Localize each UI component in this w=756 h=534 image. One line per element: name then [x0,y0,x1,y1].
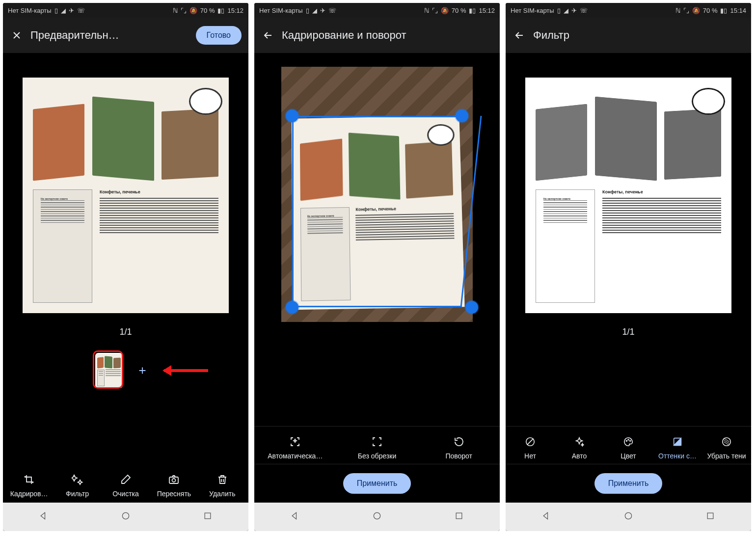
telegram-icon: ✈ [320,7,325,14]
page-title: Кадрирование и поворот [282,29,493,42]
nfc-icon: ℕ [675,7,680,14]
filter-shadow[interactable]: Убрать тени [702,435,751,460]
sim-icon: ▯ [557,7,561,14]
crop-handle-bl[interactable] [286,301,298,314]
app-header: Фильтр [506,18,751,53]
nav-back-icon[interactable] [39,511,49,523]
nav-home-icon[interactable] [372,511,382,523]
apply-button[interactable]: Применить [343,473,411,494]
preview-content: На экспертном совете Конфеты, печенье 1/… [3,53,248,465]
telegram-icon: ✈ [69,7,74,14]
svg-point-4 [374,512,380,519]
phone-filter: Нет SIM-карты ▯ ◢ ✈ ☏ ℕ ⌜⌟ 🔕 70 % ▮▯ 15:… [506,3,751,531]
apply-row: Применить [506,464,751,503]
status-bar: Нет SIM-карты ▯ ◢ ✈ ☏ ℕ ⌜⌟ 🔕 70 % ▮▯ 15:… [3,3,248,18]
apply-button[interactable]: Применить [594,473,663,494]
svg-rect-5 [456,513,462,519]
filter-grayscale[interactable]: Оттенки с… [653,435,702,460]
crop-handle-tl[interactable] [286,109,298,122]
close-icon[interactable] [10,28,24,42]
retake-tool[interactable]: Переснять [150,473,198,498]
scan-preview[interactable]: На экспертном совете Конфеты, печенье [525,78,731,313]
bluetooth-icon: ⌜⌟ [683,7,689,14]
dnd-icon: 🔕 [692,7,700,14]
page-counter: 1/1 [119,327,132,337]
svg-rect-3 [205,513,211,519]
crop-toolbar: Автоматическа… Без обрезки Поворот [254,426,500,464]
battery-icon: ▮▯ [720,7,727,14]
scan-preview[interactable]: На экспертном совете Конфеты, печенье [23,78,229,313]
clock: 15:12 [227,7,243,14]
rotate-tool[interactable]: Поворот [418,435,500,460]
back-icon[interactable] [513,28,526,42]
svg-point-8 [628,439,629,440]
tool-label: Переснять [157,490,191,498]
system-nav [254,503,500,531]
nav-recent-icon[interactable] [454,511,464,523]
system-nav [3,503,248,531]
filter-tool[interactable]: Фильтр [53,473,101,498]
filter-auto[interactable]: Авто [555,435,604,460]
system-nav [506,503,751,531]
whatsapp-icon: ☏ [77,7,85,14]
back-icon[interactable] [261,28,275,42]
nav-recent-icon[interactable] [203,511,213,523]
delete-tool[interactable]: Удалить [198,473,246,498]
nav-back-icon[interactable] [541,511,551,523]
filter-color[interactable]: Цвет [604,435,653,460]
svg-point-2 [122,512,129,519]
phone-crop: Нет SIM-карты ▯ ◢ ✈ ☏ ℕ ⌜⌟ 🔕 70 % ▮▯ 15:… [254,3,500,531]
annotation-arrow [164,369,208,372]
add-page-button[interactable] [129,353,156,388]
auto-crop-icon [289,435,301,448]
svg-rect-13 [707,513,713,519]
crop-frame[interactable] [292,116,462,307]
toolbar: Кадриров… Фильтр Очистка Переснять Удали… [3,465,248,503]
doc-main-title: Конфеты, печенье [100,189,218,194]
crop-tool[interactable]: Кадриров… [5,473,53,498]
sim-status: Нет SIM-карты [8,7,52,14]
bluetooth-icon: ⌜⌟ [432,7,438,14]
tool-label: Фильтр [66,490,89,498]
tool-label: Удалить [209,490,235,498]
nav-back-icon[interactable] [290,511,300,523]
tool-label: Нет [524,452,536,460]
crop-handle-br[interactable] [465,301,478,314]
sparkle-icon [573,435,586,448]
page-thumbnail[interactable] [95,353,123,388]
tool-label: Поворот [445,452,472,460]
sim-status: Нет SIM-карты [259,7,303,14]
clock: 15:14 [730,7,746,14]
page-counter: 1/1 [622,327,634,337]
thumbnail-row [95,353,156,388]
done-button[interactable]: Готово [196,26,242,45]
nav-home-icon[interactable] [623,511,633,523]
svg-point-9 [630,440,631,441]
apply-row: Применить [254,464,500,503]
tool-label: Автоматическа… [268,452,323,460]
wifi-icon: ◢ [564,7,568,14]
crop-rotate-icon [23,473,35,486]
nav-recent-icon[interactable] [705,511,715,523]
tool-label: Убрать тени [707,452,746,460]
camera-icon [167,473,180,486]
filter-content: На экспертном совете Конфеты, печенье 1/… [506,53,751,426]
auto-crop-tool[interactable]: Автоматическа… [254,435,336,460]
sim-icon: ▯ [54,7,58,14]
crop-handle-tr[interactable] [456,109,468,122]
app-header: Предварительн… Готово [3,18,248,53]
no-crop-tool[interactable]: Без обрезки [336,435,418,460]
filter-none[interactable]: Нет [506,435,555,460]
sim-icon: ▯ [306,7,309,14]
sparkle-icon [71,473,84,486]
tool-label: Очистка [112,490,139,498]
crop-viewport[interactable]: На экспертном совете Конфеты, печенье [281,67,473,322]
tool-label: Без обрезки [358,452,396,460]
nav-home-icon[interactable] [121,511,131,523]
bluetooth-icon: ⌜⌟ [181,7,187,14]
filter-toolbar: Нет Авто Цвет Оттенки с… Убрать тени [506,426,751,464]
cleanup-tool[interactable]: Очистка [102,473,150,498]
tool-label: Цвет [621,452,636,460]
svg-point-1 [172,479,176,482]
battery-icon: ▮▯ [217,7,224,14]
